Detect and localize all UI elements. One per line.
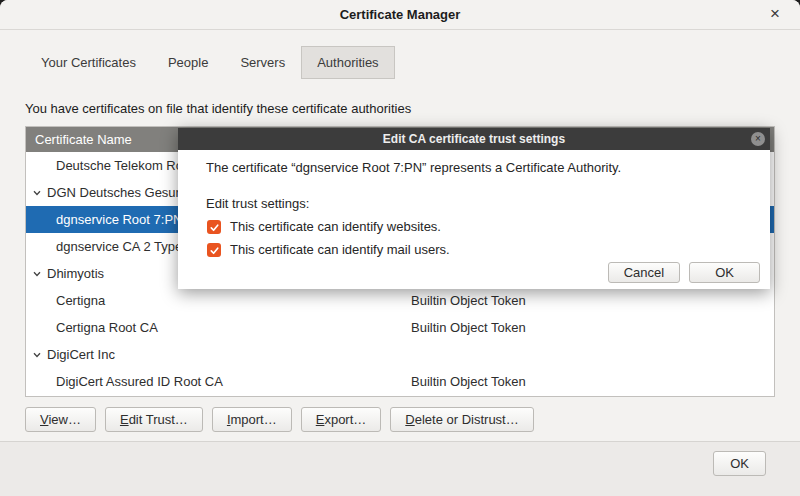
edit-trust-dialog-body: The certificate “dgnservice Root 7:PN” r… <box>178 150 770 289</box>
cert-name: Deutsche Telekom Root <box>56 152 194 179</box>
cert-name: Certigna <box>56 287 105 314</box>
chevron-down-icon <box>32 269 42 279</box>
security-device: Builtin Object Token <box>411 314 526 341</box>
certificate-manager-window: Certificate Manager × Your Certificates … <box>0 0 800 496</box>
table-row-group[interactable]: DigiCert Inc <box>26 341 774 368</box>
dialog-ok-button[interactable]: OK <box>713 451 766 476</box>
dialog-close-icon[interactable]: × <box>751 132 765 146</box>
mail-users-checkbox[interactable] <box>207 243 221 257</box>
action-button-row: View… Edit Trust… Import… Export… Delete… <box>25 407 534 432</box>
window-title: Certificate Manager <box>0 0 800 30</box>
cert-name: dgnservice CA 2 Type E: <box>56 233 198 260</box>
tab-bar: Your Certificates People Servers Authori… <box>25 46 395 79</box>
column-header-label: Certificate Name <box>35 132 132 147</box>
websites-checkbox-label: This certificate can identify websites. <box>230 219 441 235</box>
export-button[interactable]: Export… <box>301 407 382 432</box>
table-row[interactable]: Certigna Builtin Object Token <box>26 287 774 314</box>
view-button[interactable]: View… <box>25 407 96 432</box>
chevron-down-icon <box>32 350 42 360</box>
mail-users-checkbox-label: This certificate can identify mail users… <box>230 242 450 258</box>
tab-your-certificates[interactable]: Your Certificates <box>25 46 152 79</box>
edit-trust-dialog-title: Edit CA certificate trust settings <box>178 128 770 150</box>
window-close-icon[interactable]: × <box>760 0 790 30</box>
cancel-button[interactable]: Cancel <box>608 262 680 283</box>
cert-name: Certigna Root CA <box>56 314 158 341</box>
cert-name: DigiCert Assured ID Root CA <box>56 368 223 395</box>
description-text: You have certificates on file that ident… <box>25 101 411 116</box>
tab-people[interactable]: People <box>152 46 224 79</box>
edit-trust-settings-label: Edit trust settings: <box>206 196 770 212</box>
certificate-message: The certificate “dgnservice Root 7:PN” r… <box>178 150 770 176</box>
identify-mail-users-option[interactable]: This certificate can identify mail users… <box>207 242 770 258</box>
cert-name: dgnservice Root 7:PN <box>56 206 182 233</box>
edit-trust-dialog: Edit CA certificate trust settings × The… <box>178 128 770 289</box>
websites-checkbox[interactable] <box>207 220 221 234</box>
delete-or-distrust-button[interactable]: Delete or Distrust… <box>390 407 533 432</box>
cert-group-name: DigiCert Inc <box>47 341 115 368</box>
titlebar: Certificate Manager × <box>0 0 800 30</box>
dialog-footer: OK <box>0 441 800 496</box>
table-row[interactable]: Certigna Root CA Builtin Object Token <box>26 314 774 341</box>
cert-group-name: Dhimyotis <box>47 260 104 287</box>
import-button[interactable]: Import… <box>212 407 292 432</box>
identify-websites-option[interactable]: This certificate can identify websites. <box>207 219 770 235</box>
tab-servers[interactable]: Servers <box>224 46 301 79</box>
table-row[interactable]: DigiCert Assured ID Root CA Builtin Obje… <box>26 368 774 395</box>
security-device: Builtin Object Token <box>411 287 526 314</box>
modal-ok-button[interactable]: OK <box>689 262 760 283</box>
checkmark-icon <box>209 222 220 233</box>
checkmark-icon <box>209 245 220 256</box>
chevron-down-icon <box>32 188 42 198</box>
edit-trust-button[interactable]: Edit Trust… <box>105 407 203 432</box>
modal-button-row: Cancel OK <box>608 262 760 283</box>
edit-trust-dialog-titlebar: Edit CA certificate trust settings × <box>178 128 770 150</box>
tab-authorities[interactable]: Authorities <box>301 46 394 79</box>
security-device: Builtin Object Token <box>411 368 526 395</box>
